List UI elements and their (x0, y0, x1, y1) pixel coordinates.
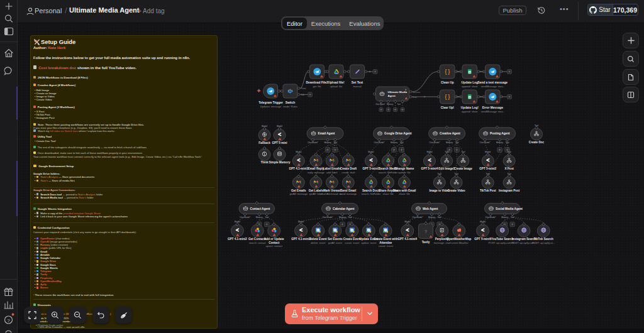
svg-text:Chat Model*: Chat Model* (374, 141, 385, 144)
svg-text:Tavily: Tavily (422, 241, 430, 244)
svg-text:TikTok Search: TikTok Search (534, 237, 553, 241)
svg-text:Posting Agent: Posting Agent (490, 132, 510, 135)
svg-text:?: ? (425, 229, 428, 234)
svg-text:Model: Model (485, 151, 491, 153)
svg-text:Chat Model*: Chat Model* (412, 216, 423, 219)
svg-text:GPT 5-mini4: GPT 5-mini4 (421, 167, 438, 170)
svg-text:Tool: Tool (535, 124, 538, 127)
svg-text:append: sheet: append: sheet (462, 110, 478, 113)
svg-text:Email Agent: Email Agent (318, 132, 335, 135)
svg-text:Edit Image1: Edit Image1 (438, 167, 455, 170)
svg-text:Set Events: Set Events (328, 237, 343, 241)
svg-text:upload: file: upload: file (330, 85, 343, 88)
svg-text:create: event: create: event (345, 241, 360, 244)
svg-text:Create Image: Create Image (454, 167, 472, 170)
svg-text:?: ? (7, 318, 10, 324)
svg-text:GPT 4.1-mini3: GPT 4.1-mini3 (291, 237, 311, 241)
svg-text:Create Event with: Create Event with (374, 237, 398, 241)
svg-text:GPT 5-mini: GPT 5-mini (272, 141, 287, 145)
svg-text:Current Weather: Current Weather (450, 241, 469, 244)
svg-text:GPT 5-mini2: GPT 5-mini2 (479, 167, 496, 170)
svg-text:Share with Email: Share with Email (393, 189, 416, 192)
svg-text:share: file: share: file (382, 192, 394, 195)
svg-text:Send a text message: Send a text message (478, 81, 508, 84)
svg-text:TikTok Post: TikTok Post (480, 189, 496, 192)
svg-text:Upload file!: Upload file! (328, 81, 345, 84)
svg-text:manual: manual (353, 85, 361, 88)
svg-text:Mark Unread: Mark Unread (323, 189, 341, 192)
svg-text:GPT 5-mini1: GPT 5-mini1 (362, 167, 379, 170)
svg-text:Tool: Tool (397, 103, 401, 106)
svg-text:mode: Rules: mode: Rules (283, 105, 297, 108)
svg-text:Create Draft: Create Draft (340, 167, 357, 170)
svg-text:Delete Event: Delete Event (309, 237, 327, 241)
svg-text:message: chat: message: chat (434, 241, 451, 244)
svg-text:Chat Model*: Chat Model* (322, 216, 333, 219)
svg-text:Clean Up: Clean Up (441, 81, 454, 84)
svg-text:sendMessage: mes..: sendMessage: mes.. (481, 85, 504, 88)
svg-text:Create Doc: Create Doc (529, 141, 545, 144)
svg-text:Fallback: Fallback (258, 141, 270, 145)
svg-text:add: label: add: label (326, 171, 337, 174)
svg-text:Switch: Switch (286, 101, 296, 104)
svg-text:search: contact: search: contact (249, 241, 267, 244)
svg-text:Calendar Agent: Calendar Agent (333, 207, 355, 210)
svg-text:Simple Memory: Simple Memory (269, 161, 291, 164)
svg-text:search: fileFolder: search: fileFolder (362, 192, 381, 195)
svg-text:Web Agent: Web Agent (423, 207, 438, 210)
svg-text:upsert: contact: upsert: contact (266, 244, 283, 248)
svg-text:POST: api.apify.co...: POST: api.apify.co... (532, 241, 555, 244)
svg-text:Error Message: Error Message (482, 106, 504, 109)
svg-text:Tool: Tool (486, 173, 490, 175)
svg-text:Instagram Post: Instagram Post (499, 189, 520, 192)
svg-text:Clear Up!: Clear Up! (441, 106, 455, 109)
svg-text:search: fileFolder: search: fileFolder (379, 171, 398, 174)
svg-text:Model: Model (296, 151, 301, 153)
svg-text:Updates: message: Updates: message (260, 105, 282, 108)
svg-text:Update Log: Update Log (462, 81, 478, 84)
svg-text:Model: Model (262, 125, 267, 128)
svg-text:X Post: X Post (504, 167, 514, 170)
svg-text:Ultimate Media: Ultimate Media (388, 90, 408, 94)
svg-text:GPT 5-mini6: GPT 5-mini6 (474, 237, 491, 241)
svg-text:Attendee: Attendee (379, 241, 392, 244)
svg-text:Telegram Trigger: Telegram Trigger (258, 101, 283, 104)
svg-text:reply: message: reply: message (308, 171, 325, 174)
svg-text:getAll: message: getAll: message (290, 192, 308, 195)
svg-text:OpenWeatherMap: OpenWeatherMap (447, 237, 471, 241)
svg-text:Download File2: Download File2 (306, 81, 328, 84)
svg-text:append: sheet: append: sheet (462, 85, 478, 88)
svg-text:get: file: get: file (313, 85, 322, 88)
svg-text:Creative Agent: Creative Agent (440, 132, 460, 135)
svg-text:Model: Model (277, 125, 282, 128)
svg-text:Send Email: Send Email (340, 189, 356, 192)
svg-text:share: file: share: file (399, 192, 410, 195)
svg-text:Get Emails: Get Emails (291, 189, 306, 192)
svg-text:Contact: Contact (269, 241, 280, 244)
svg-text:Set Text: Set Text (352, 81, 364, 84)
svg-text:Chat Model*: Chat Model* (308, 141, 319, 144)
svg-text:Think: Think (260, 161, 269, 164)
svg-text:Chat Model*: Chat Model* (240, 216, 251, 219)
svg-text:Success: Success (413, 91, 420, 94)
svg-text:Chat Model*: Chat Model* (485, 216, 496, 219)
svg-text:send: message: send: message (340, 192, 357, 195)
svg-text:Google Drive Agent: Google Drive Agent (384, 132, 412, 135)
svg-text:Instagram Search: Instagram Search (512, 237, 536, 241)
svg-text:Create Event: Create Event (343, 237, 362, 241)
svg-text:Agent: Agent (388, 94, 396, 97)
svg-text:GPT 4.1-mini4: GPT 4.1-mini4 (397, 237, 417, 241)
svg-text:Update Log!: Update Log! (461, 106, 479, 109)
svg-text:update: file: update: file (398, 171, 411, 174)
svg-text:Change Name: Change Name (395, 167, 414, 170)
svg-text:Tool: Tool (445, 151, 448, 153)
svg-text:Chat Model*: Chat Model* (375, 103, 386, 106)
svg-text:Email Reply: Email Reply (308, 167, 324, 170)
svg-text:update: event: update: event (361, 241, 377, 244)
svg-text:Chat Model*: Chat Model* (429, 141, 440, 144)
svg-text:sendMessage: mes..: sendMessage: mes.. (481, 110, 504, 113)
svg-text:Search Docs: Search Docs (362, 189, 380, 192)
svg-text:getAll: event: getAll: event (328, 241, 343, 244)
svg-text:Memory: Memory (387, 103, 394, 106)
svg-text:GPT 4.1-mini2: GPT 4.1-mini2 (228, 237, 247, 241)
